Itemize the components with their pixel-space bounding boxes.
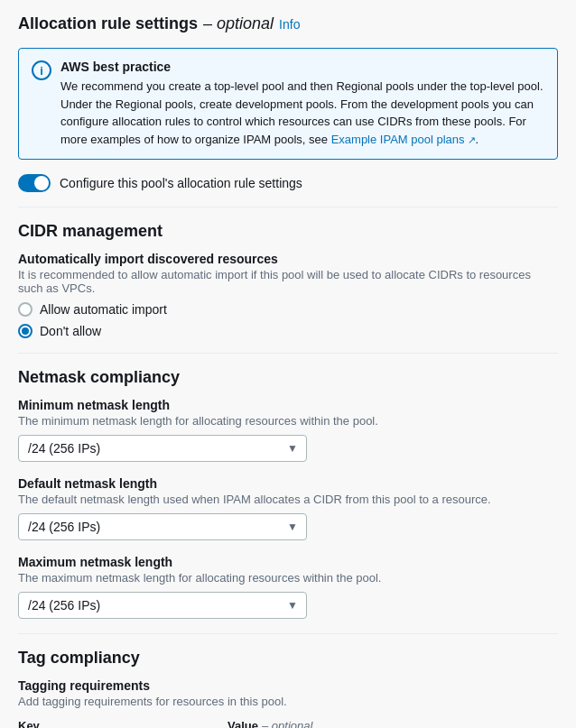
- cidr-management-section: CIDR management Automatically import dis…: [18, 222, 558, 338]
- divider-1: [18, 353, 558, 354]
- toggle-label: Configure this pool's allocation rule se…: [60, 176, 302, 190]
- default-label: Default netmask length: [18, 476, 558, 491]
- maximum-netmask-group: Maximum netmask length The maximum netma…: [18, 555, 558, 619]
- default-description: The default netmask length used when IPA…: [18, 493, 558, 506]
- info-link[interactable]: Info: [279, 17, 300, 32]
- info-icon: i: [32, 60, 51, 80]
- example-link[interactable]: Example IPAM pool plans: [331, 133, 476, 146]
- radio-allow-input[interactable]: [18, 302, 33, 317]
- toggle-switch[interactable]: [18, 174, 51, 192]
- tag-headers-row: Key Value – optional: [18, 719, 558, 728]
- tag-section-title: Tag compliancy: [18, 649, 558, 668]
- best-practice-content: AWS best practice We recommend you creat…: [60, 60, 544, 148]
- tagging-requirements-description: Add tagging requirements for resources i…: [18, 695, 558, 708]
- minimum-select[interactable]: /24 (256 IPs): [18, 435, 307, 462]
- minimum-netmask-group: Minimum netmask length The minimum netma…: [18, 398, 558, 462]
- default-netmask-group: Default netmask length The default netma…: [18, 476, 558, 540]
- page-title: Allocation rule settings – optional Info: [18, 14, 558, 33]
- maximum-select-wrapper: /24 (256 IPs) ▼: [18, 592, 307, 619]
- radio-allow-label: Allow automatic import: [40, 302, 167, 317]
- minimum-select-wrapper: /24 (256 IPs) ▼: [18, 435, 307, 462]
- radio-dont-allow-label: Don't allow: [40, 324, 101, 338]
- title-optional: – optional: [203, 14, 274, 33]
- radio-allow[interactable]: Allow automatic import: [18, 302, 558, 317]
- radio-dont-allow[interactable]: Don't allow: [18, 324, 558, 338]
- default-select[interactable]: /24 (256 IPs): [18, 513, 307, 540]
- best-practice-title: AWS best practice: [60, 60, 544, 74]
- maximum-select[interactable]: /24 (256 IPs): [18, 592, 307, 619]
- toggle-row: Configure this pool's allocation rule se…: [18, 174, 558, 207]
- minimum-description: The minimum netmask length for allocatin…: [18, 414, 558, 428]
- best-practice-box: i AWS best practice We recommend you cre…: [18, 48, 558, 160]
- divider-2: [18, 633, 558, 634]
- auto-import-label: Automatically import discovered resource…: [18, 252, 558, 266]
- maximum-description: The maximum netmask length for allocatin…: [18, 571, 558, 585]
- title-text: Allocation rule settings: [18, 14, 198, 33]
- auto-import-description: It is recommended to allow automatic imp…: [18, 268, 558, 295]
- value-column-label: Value – optional: [228, 719, 426, 728]
- maximum-label: Maximum netmask length: [18, 555, 558, 569]
- minimum-label: Minimum netmask length: [18, 398, 558, 412]
- key-column-label: Key: [18, 719, 217, 728]
- radio-dont-allow-input[interactable]: [18, 324, 33, 338]
- tagging-requirements-label: Tagging requirements: [18, 678, 558, 693]
- radio-group: Allow automatic import Don't allow: [18, 302, 558, 338]
- default-select-wrapper: /24 (256 IPs) ▼: [18, 513, 307, 540]
- tag-compliancy-section: Tag compliancy Tagging requirements Add …: [18, 649, 558, 728]
- netmask-section: Netmask compliancy Minimum netmask lengt…: [18, 368, 558, 619]
- netmask-section-title: Netmask compliancy: [18, 368, 558, 387]
- cidr-section-title: CIDR management: [18, 222, 558, 241]
